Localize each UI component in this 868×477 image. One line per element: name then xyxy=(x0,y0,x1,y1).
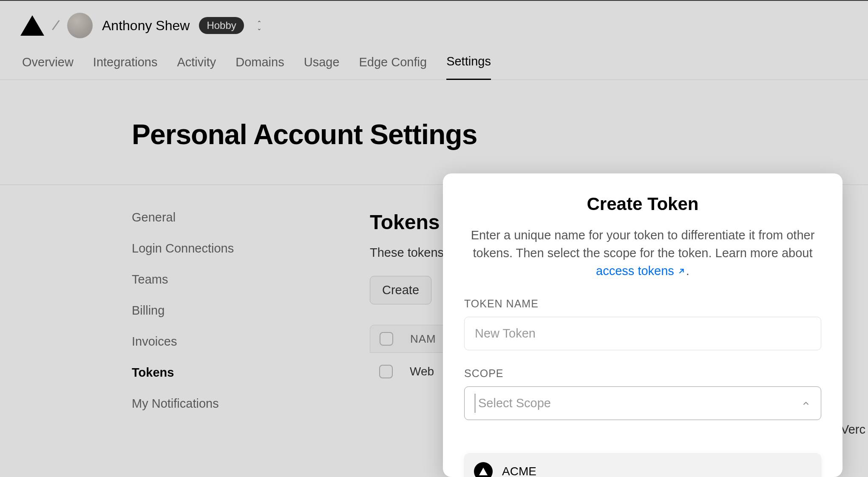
external-link-icon xyxy=(677,263,686,281)
create-token-modal: Create Token Enter a unique name for you… xyxy=(443,173,842,477)
scope-label: SCOPE xyxy=(464,367,821,380)
modal-title: Create Token xyxy=(464,194,821,214)
scope-dropdown: ACME xyxy=(464,453,821,477)
token-name-input[interactable] xyxy=(464,317,821,350)
scope-placeholder: Select Scope xyxy=(478,396,551,410)
org-icon xyxy=(474,462,493,477)
chevron-up-icon xyxy=(801,399,811,408)
access-tokens-link[interactable]: access tokens xyxy=(596,264,686,278)
scope-select[interactable]: Select Scope xyxy=(464,386,821,420)
scope-option-acme[interactable]: ACME xyxy=(465,454,821,477)
modal-description-tail: . xyxy=(686,264,689,278)
modal-description: Enter a unique name for your token to di… xyxy=(464,226,821,281)
scope-option-label: ACME xyxy=(502,465,536,477)
modal-description-text: Enter a unique name for your token to di… xyxy=(471,228,815,260)
token-name-label: TOKEN NAME xyxy=(464,298,821,310)
